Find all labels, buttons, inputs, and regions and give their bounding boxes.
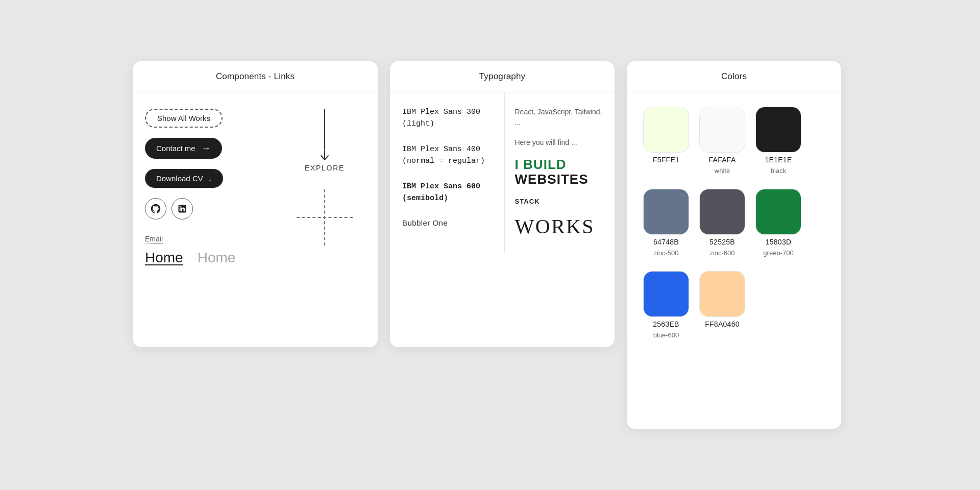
contact-me-label: Contact me xyxy=(156,144,195,153)
swatch-ff8a04: FF8A0460 xyxy=(699,271,745,331)
swatch-name-fafafa: white xyxy=(715,167,730,175)
stack-label: STACK xyxy=(515,198,605,205)
panel3-header: Colors xyxy=(627,61,841,92)
swatch-name-64748b: zinc-500 xyxy=(653,249,678,257)
nav-links-section: Email Home Home xyxy=(145,235,284,266)
swatch-hex-1e1e1e: 1E1E1E xyxy=(765,156,792,164)
arrow-down-icon xyxy=(319,150,330,161)
panel1-title: Components - Links xyxy=(216,71,295,81)
swatch-color-52525b xyxy=(699,189,745,235)
panel3-title: Colors xyxy=(721,71,747,81)
font2-sample: IBM Plex Sans 400(normal = regular) xyxy=(402,144,492,167)
show-all-works-label: Show All Works xyxy=(157,114,210,122)
typography-body: IBM Plex Sans 300(light) IBM Plex Sans 4… xyxy=(390,92,615,253)
react-text: React, JavaScript, Tailwind, ... xyxy=(515,107,605,128)
contact-me-button[interactable]: Contact me → xyxy=(145,138,222,159)
i-build-green: I BUILD xyxy=(515,157,567,172)
swatch-15803d: 15803D green-700 xyxy=(755,189,801,257)
color-row-3: 2563EB blue-600 FF8A0460 xyxy=(643,271,825,339)
swatch-color-ff8a04 xyxy=(699,271,745,317)
panel1-body: Show All Works Contact me → Download CV … xyxy=(133,92,378,282)
panels-container: Components - Links Show All Works Contac… xyxy=(133,61,847,429)
i-build-black: WEBSITES xyxy=(515,172,589,187)
nav-home-active[interactable]: Home xyxy=(145,250,183,266)
font4-sample: Bubbler One xyxy=(402,218,492,227)
swatch-name-15803d: green-700 xyxy=(763,249,793,257)
swatch-hex-52525b: 52525B xyxy=(709,238,735,246)
download-cv-label: Download CV xyxy=(156,174,203,183)
links-right-col: EXPLORE xyxy=(284,109,365,266)
swatch-color-64748b xyxy=(643,189,689,235)
social-icons-row xyxy=(145,198,284,219)
panel-typography: Typography IBM Plex Sans 300(light) IBM … xyxy=(390,61,615,347)
swatch-color-15803d xyxy=(755,189,801,235)
font3-sample: IBM Plex Sans 600(semibold) xyxy=(402,181,492,204)
font2-label: IBM Plex Sans 400(normal = regular) xyxy=(402,145,485,165)
here-text: Here you will find ... xyxy=(515,137,605,148)
swatch-hex-fafafa: FAFAFA xyxy=(708,156,736,164)
swatch-hex-2563eb: 2563EB xyxy=(653,320,679,328)
nav-link-row: Home Home xyxy=(145,250,284,266)
explore-label: EXPLORE xyxy=(305,164,345,172)
swatch-name-2563eb: blue-600 xyxy=(653,331,679,339)
swatch-color-fafafa xyxy=(699,107,745,153)
swatch-2563eb: 2563EB blue-600 xyxy=(643,271,689,339)
download-icon: ↓ xyxy=(208,174,212,183)
swatch-hex-15803d: 15803D xyxy=(766,238,792,246)
swatch-hex-64748b: 64748B xyxy=(653,238,679,246)
contact-arrow-icon: → xyxy=(202,143,211,154)
panel-colors: Colors F5FFE1 FAFAFA white 1E1E1E bla xyxy=(627,61,841,429)
swatch-color-2563eb xyxy=(643,271,689,317)
panel2-header: Typography xyxy=(390,61,615,92)
swatch-1e1e1e: 1E1E1E black xyxy=(755,107,801,175)
swatch-color-1e1e1e xyxy=(755,107,801,153)
dashed-cross-decoration xyxy=(297,189,353,246)
typography-left: IBM Plex Sans 300(light) IBM Plex Sans 4… xyxy=(390,92,505,253)
font1-sample: IBM Plex Sans 300(light) xyxy=(402,107,492,130)
swatch-f5ffe1: F5FFE1 xyxy=(643,107,689,167)
email-label: Email xyxy=(145,235,163,243)
arrow-down-decoration: EXPLORE xyxy=(305,109,345,172)
typography-right: React, JavaScript, Tailwind, ... Here yo… xyxy=(505,92,615,253)
links-left-col: Show All Works Contact me → Download CV … xyxy=(145,109,284,266)
swatch-fafafa: FAFAFA white xyxy=(699,107,745,175)
font3-label: IBM Plex Sans 600(semibold) xyxy=(402,182,480,203)
panel1-header: Components - Links xyxy=(133,61,378,92)
github-icon[interactable] xyxy=(145,198,166,219)
show-all-works-button[interactable]: Show All Works xyxy=(145,109,223,128)
swatch-name-52525b: zinc-600 xyxy=(709,249,734,257)
swatch-color-f5ffe1 xyxy=(643,107,689,153)
font4-label: Bubbler One xyxy=(402,218,448,227)
swatch-name-1e1e1e: black xyxy=(771,167,786,175)
swatch-hex-ff8a04: FF8A0460 xyxy=(705,320,740,328)
linkedin-icon[interactable] xyxy=(172,198,193,219)
font1-label: IBM Plex Sans 300(light) xyxy=(402,108,480,128)
swatch-64748b: 64748B zinc-500 xyxy=(643,189,689,257)
swatch-hex-f5ffe1: F5FFE1 xyxy=(653,156,679,164)
panel2-title: Typography xyxy=(479,71,526,81)
colors-body: F5FFE1 FAFAFA white 1E1E1E black xyxy=(627,92,841,353)
panel-components-links: Components - Links Show All Works Contac… xyxy=(133,61,378,347)
color-row-1: F5FFE1 FAFAFA white 1E1E1E black xyxy=(643,107,825,175)
download-cv-button[interactable]: Download CV ↓ xyxy=(145,169,223,188)
swatch-52525b: 52525B zinc-600 xyxy=(699,189,745,257)
i-build-text: I BUILD WEBSITES xyxy=(515,157,605,186)
nav-home-inactive[interactable]: Home xyxy=(198,250,236,266)
color-row-2: 64748B zinc-500 52525B zinc-600 15803D g… xyxy=(643,189,825,257)
works-heading: WORKS xyxy=(515,214,605,238)
